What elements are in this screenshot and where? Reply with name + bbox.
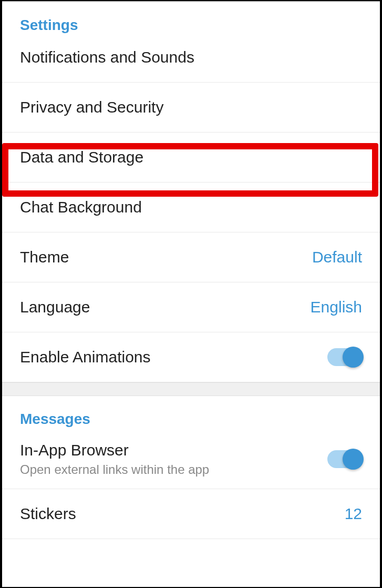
settings-item-label: Privacy and Security bbox=[20, 98, 163, 116]
settings-item-chat-background[interactable]: Chat Background bbox=[2, 183, 380, 232]
settings-screen: Settings Notifications and Sounds Privac… bbox=[2, 1, 380, 587]
settings-item-label: Data and Storage bbox=[20, 148, 143, 166]
messages-item-in-app-browser[interactable]: In-App Browser Open external links withi… bbox=[2, 436, 380, 489]
settings-item-label: Language bbox=[20, 298, 90, 316]
settings-item-language[interactable]: Language English bbox=[2, 282, 380, 332]
section-divider bbox=[2, 382, 380, 396]
settings-section-header: Settings bbox=[2, 2, 380, 42]
settings-item-value: Default bbox=[312, 248, 362, 266]
settings-item-label: Enable Animations bbox=[20, 348, 151, 366]
settings-item-enable-animations[interactable]: Enable Animations bbox=[2, 332, 380, 382]
settings-item-theme[interactable]: Theme Default bbox=[2, 232, 380, 282]
messages-item-stickers[interactable]: Stickers 12 bbox=[2, 489, 380, 539]
in-app-browser-toggle[interactable] bbox=[327, 450, 362, 468]
messages-item-value: 12 bbox=[345, 505, 362, 523]
settings-item-privacy[interactable]: Privacy and Security bbox=[2, 83, 380, 133]
messages-section-header: Messages bbox=[2, 396, 380, 436]
settings-item-label: Chat Background bbox=[20, 198, 142, 216]
settings-item-data-storage[interactable]: Data and Storage bbox=[2, 133, 380, 183]
messages-item-label: Stickers bbox=[20, 505, 76, 523]
enable-animations-toggle[interactable] bbox=[327, 348, 362, 366]
settings-item-label: Notifications and Sounds bbox=[20, 48, 194, 66]
settings-item-value: English bbox=[311, 298, 362, 316]
settings-item-notifications[interactable]: Notifications and Sounds bbox=[2, 42, 380, 83]
messages-item-sublabel: Open external links within the app bbox=[20, 462, 209, 477]
toggle-knob-icon bbox=[343, 347, 364, 368]
toggle-knob-icon bbox=[343, 449, 364, 470]
settings-item-label: Theme bbox=[20, 248, 69, 266]
messages-item-label: In-App Browser bbox=[20, 441, 209, 459]
